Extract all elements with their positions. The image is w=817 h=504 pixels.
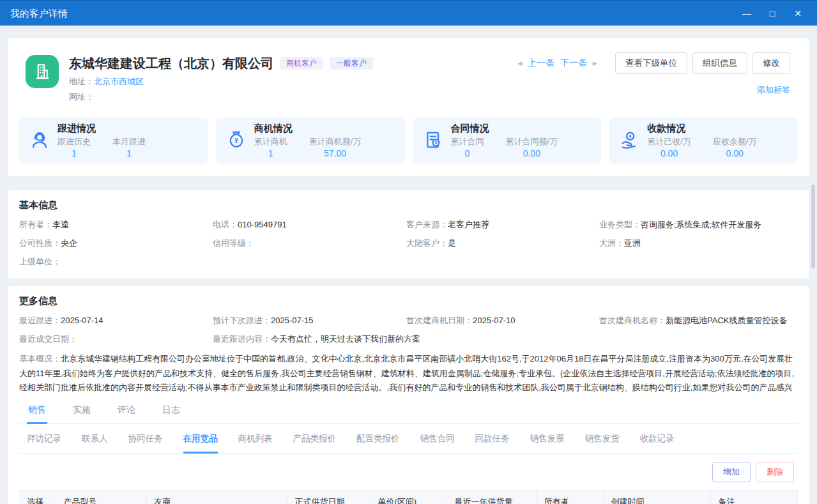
more-info-card: 更多信息 最近跟进：2025-07-14 预计下次跟进：2025-07-15 首… [8, 286, 809, 504]
stat-value: 0.00 [726, 148, 744, 158]
stat-value: 0.00 [660, 148, 678, 158]
tab-sales[interactable]: 销售 [27, 403, 47, 424]
website-label: 网址： [69, 92, 94, 102]
add-button[interactable]: 增加 [712, 462, 751, 482]
customer-summary-card: 东城华建建设工程（北京）有限公司 商机客户 一般客户 地址：北京市西城区 网址：… [8, 38, 809, 176]
subtab-product-quotes[interactable]: 产品类报价 [293, 433, 337, 453]
col-select: 选择 [19, 491, 56, 504]
subtab-opportunity-list[interactable]: 商机列表 [238, 433, 273, 453]
tag-opportunity-customer: 商机客户 [280, 57, 323, 70]
col-last-year-supply: 最近一年供货量 [447, 491, 536, 504]
subtab-collaborative-tasks[interactable]: 协同任务 [128, 433, 163, 453]
add-tag-link[interactable]: 添加标签 [517, 84, 790, 96]
sub-tabs: 拜访记录 联系人 协同任务 在用竞品 商机列表 产品类报价 配置类报价 销售合同… [19, 424, 798, 454]
col-unit-price: 单价(区间) [370, 491, 447, 504]
svg-text:¥: ¥ [234, 137, 238, 144]
minimize-icon[interactable]: — [742, 9, 752, 18]
address-link[interactable]: 北京市西城区 [94, 77, 144, 86]
field-mainland-customer: 大陆客户：是 [406, 238, 599, 248]
tab-comments[interactable]: 评论 [116, 403, 137, 424]
titlebar: 我的客户详情 — □ ✕ [0, 0, 817, 26]
subtab-sales-shipments[interactable]: 销售发货 [585, 433, 620, 453]
field-next-followup: 预计下次跟进：2025-07-15 [213, 315, 406, 326]
field-parent-unit: 上级单位： [19, 256, 213, 267]
col-remarks: 备注 [710, 491, 798, 504]
col-supply-date: 正式供货日期 [287, 491, 370, 504]
field-last-deal-date: 最近成交日期： [19, 333, 213, 344]
subtab-contacts[interactable]: 联系人 [82, 433, 108, 453]
stat-title-followup: 跟进情况 [57, 123, 146, 135]
more-info-title: 更多信息 [19, 295, 798, 307]
prev-arrow-icon: ◀ [517, 60, 522, 66]
basic-info-card: 基本信息 所有者：李逵 电话：010-9549791 客户来源：老客户推荐 业务… [8, 190, 809, 279]
field-last-followup-content: 最近跟进内容：今天有点忙，明天过去谈下我们新的方案 [213, 333, 798, 344]
tag-general-customer: 一般客户 [330, 57, 373, 70]
stat-label: 应收余额/万 [713, 137, 757, 147]
stat-card-payment: ¥ 收款情况 累计已收/万 0.00 应收余额/万 0.00 [609, 118, 798, 164]
field-company-nature: 公司性质：央企 [19, 238, 213, 248]
svg-text:¥: ¥ [434, 140, 438, 146]
company-avatar-icon [26, 55, 59, 88]
stat-value: 1 [126, 148, 132, 158]
stat-cards-row: 跟进情况 跟进历史 1 本月跟进 1 ¥ [19, 118, 798, 164]
stat-value: 57.00 [324, 148, 346, 158]
field-owner: 所有者：李逵 [19, 219, 213, 230]
next-record-link[interactable]: 下一条 [560, 57, 587, 69]
subtab-visit-records[interactable]: 拜访记录 [27, 433, 61, 453]
window-title: 我的客户详情 [10, 8, 68, 20]
stat-value: 0 [465, 148, 470, 158]
stat-value: 0.00 [523, 148, 540, 158]
delete-button[interactable]: 删除 [756, 462, 794, 482]
field-continent: 大洲：亚洲 [599, 238, 798, 248]
maximize-icon[interactable]: □ [767, 9, 777, 18]
subtab-competing-products[interactable]: 在用竞品 [183, 433, 218, 454]
stat-label: 本月跟进 [112, 137, 146, 147]
stat-card-followup: 跟进情况 跟进历史 1 本月跟进 1 [19, 118, 208, 164]
prev-record-link[interactable]: 上一条 [528, 57, 554, 69]
stat-card-opportunity: ¥ 商机情况 累计商机 1 累计商机额/万 57.00 [216, 118, 405, 164]
svg-text:¥: ¥ [629, 134, 632, 139]
stat-title-opportunity: 商机情况 [254, 123, 362, 135]
stat-value: 1 [268, 148, 273, 158]
field-last-followup: 最近跟进：2025-07-14 [19, 315, 213, 326]
col-created-time: 创建时间 [603, 491, 710, 504]
stat-card-contract: ¥ 合同情况 累计合同 0 累计合同额/万 0.00 [413, 118, 602, 164]
company-name: 东城华建建设工程（北京）有限公司 [69, 55, 273, 72]
vertical-scrollbar[interactable] [811, 185, 815, 268]
field-credit-rating: 信用等级： [213, 238, 406, 248]
tab-implementation[interactable]: 实施 [72, 403, 92, 424]
main-tabs: 销售 实施 评论 日志 [19, 403, 798, 424]
field-business-type: 业务类型：咨询服务;系统集成;软件开发服务 [599, 219, 798, 230]
subtab-payment-tasks[interactable]: 回款任务 [475, 433, 510, 453]
tab-logs[interactable]: 日志 [161, 403, 181, 424]
table-actions: 增加 删除 [19, 454, 798, 490]
stat-label: 累计合同额/万 [506, 137, 558, 147]
organization-info-button[interactable]: 组织信息 [692, 52, 747, 74]
close-icon[interactable]: ✕ [793, 9, 803, 18]
stat-label: 累计合同 [451, 137, 484, 147]
stat-title-payment: 收款情况 [647, 123, 756, 135]
field-first-opportunity-name: 首次建商机名称：新能源电池PACK线质量管控设备 [599, 315, 798, 326]
col-competitor: 友商 [146, 491, 287, 504]
company-profile: 基本概况：北京东城华建钢结构工程有限公司办公室地址位于中国的首都,政治、文化中心… [19, 352, 798, 398]
window-controls: — □ ✕ [742, 9, 807, 18]
subtab-payment-records[interactable]: 收款记录 [640, 433, 675, 453]
money-bag-icon: ¥ [226, 130, 247, 152]
view-subordinate-units-button[interactable]: 查看下级单位 [615, 52, 687, 74]
stat-value: 1 [72, 148, 77, 158]
stat-label: 累计已收/万 [647, 137, 691, 147]
field-first-opportunity-date: 首次建商机日期：2025-07-10 [406, 315, 599, 326]
competing-products-table: 选择 产品型号 友商 正式供货日期 单价(区间) 最近一年供货量 所有者 创建时… [19, 490, 798, 504]
contract-icon: ¥ [423, 130, 443, 152]
subtab-sales-invoices[interactable]: 销售发票 [530, 433, 565, 453]
stat-label: 跟进历史 [57, 137, 91, 147]
stat-label: 累计商机额/万 [309, 137, 362, 147]
subtab-config-quotes[interactable]: 配置类报价 [356, 433, 400, 453]
hand-coin-icon: ¥ [619, 130, 639, 152]
subtab-sales-contracts[interactable]: 销售合同 [420, 433, 455, 453]
edit-button[interactable]: 修改 [752, 52, 790, 74]
next-arrow-icon: ▶ [593, 60, 597, 66]
col-product-model: 产品型号 [56, 491, 146, 504]
basic-info-title: 基本信息 [19, 199, 798, 211]
headset-person-icon [29, 130, 50, 152]
